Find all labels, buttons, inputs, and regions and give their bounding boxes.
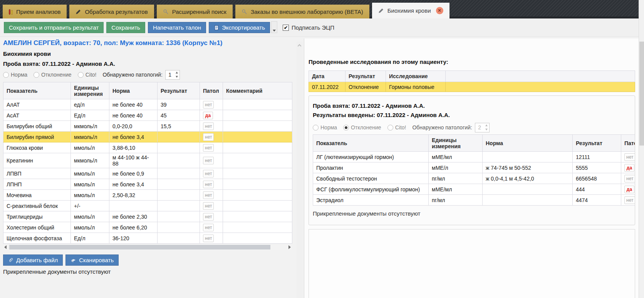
close-icon[interactable]: ✕ xyxy=(436,7,443,14)
col-norma: Норма xyxy=(483,135,573,152)
pathology-toggle[interactable]: нет xyxy=(203,202,214,210)
horizontal-scrollbar[interactable] xyxy=(3,244,292,250)
name-cell: Глюкоза крови xyxy=(3,142,71,153)
pathology-toggle[interactable]: нет xyxy=(203,224,214,231)
norm-cell: не более 6,20 xyxy=(109,222,158,233)
empty-content-box xyxy=(309,229,635,298)
table-row[interactable]: АлАТед/лне более 4039нет xyxy=(3,99,292,110)
sample-taken-line: Проба взята: 07.11.2022 - Админов А.А. xyxy=(3,60,292,67)
stepper-arrows[interactable] xyxy=(174,70,179,79)
tab-rasshirennyi-poisk[interactable]: Расширенный поиск xyxy=(157,5,233,18)
pathology-cell: да xyxy=(621,184,636,195)
table-row[interactable]: Щелочная фосфотазаЕд/л36-120нет xyxy=(3,233,292,244)
pathology-toggle[interactable]: нет xyxy=(203,170,214,177)
unit-cell: Ед/л xyxy=(71,233,109,244)
col-rezultat: Результат xyxy=(345,71,386,82)
pathology-cell: нет xyxy=(621,152,636,162)
unit-cell: ммоль/л xyxy=(71,222,109,233)
norm-cell: не более 40 xyxy=(109,99,158,110)
table-row[interactable]: ЛПВПммоль/лне более 0,9нет xyxy=(3,168,292,179)
pathology-toggle[interactable]: нет xyxy=(203,181,214,188)
unit-cell: Ед/л xyxy=(71,110,109,121)
pathology-count-label: Обнаружено патологий: xyxy=(102,72,162,78)
left-panel: АМЕЛИН СЕРГЕЙ, возраст: 70, пол: Муж ком… xyxy=(3,38,292,275)
comment-cell xyxy=(223,222,292,233)
scroll-right-arrow-icon[interactable] xyxy=(288,245,291,249)
save-button[interactable]: Сохранить xyxy=(106,22,145,33)
table-row[interactable]: Креатининмкмоль/лм 44-100 ж 44-88нет xyxy=(3,153,292,168)
radio-cito[interactable] xyxy=(78,72,84,78)
status-radio-row: Норма Отклонение Cito! Обнаружено патоло… xyxy=(3,70,292,80)
scrollbar-thumb[interactable] xyxy=(639,42,644,146)
table-row[interactable]: Мочевинаммоль/л2,50-8,32нет xyxy=(3,190,292,201)
col-patol: Патол xyxy=(621,135,636,152)
print-ticket-button[interactable]: Напечатать талон xyxy=(148,22,206,33)
pathology-toggle[interactable]: нет xyxy=(203,157,214,164)
table-row[interactable]: ЛПНПммоль/лне более 3,4нет xyxy=(3,179,292,190)
pathology-cell: нет xyxy=(200,211,223,222)
tab-label: Прием анализов xyxy=(16,8,60,15)
radio-norma[interactable] xyxy=(3,72,9,78)
comment-cell xyxy=(223,99,292,110)
button-label: Сохранить и отправить результат xyxy=(9,24,99,31)
pathology-count-label: Обнаружено патологий: xyxy=(412,124,472,131)
pathology-toggle[interactable]: нет xyxy=(203,101,214,109)
results-table: Показатель Единицы измерения Норма Резул… xyxy=(3,82,292,244)
save-and-send-button[interactable]: Сохранить и отправить результат xyxy=(4,22,104,33)
norm-cell: не более 0,9 xyxy=(109,168,158,179)
table-row: Свободный тестостеронпг/млж 0,0-4,1 м 4,… xyxy=(313,173,636,184)
scrollbar-thumb[interactable] xyxy=(9,245,270,249)
scroll-left-arrow-icon[interactable] xyxy=(4,245,7,249)
export-dropdown-toggle[interactable] xyxy=(271,21,277,33)
result-cell: 12111 xyxy=(573,152,621,162)
test-tubes-icon xyxy=(9,9,13,15)
pathology-toggle[interactable]: да xyxy=(203,112,213,119)
comment-cell xyxy=(223,179,292,190)
table-row[interactable]: Билирубин общиймкмоль/л0,0-20,015,5нет xyxy=(3,121,292,132)
tab-zakazy-vneshnyaya-lab[interactable]: Заказы во внешнюю лабораторию (BETA) xyxy=(235,5,369,18)
pathology-toggle[interactable]: нет xyxy=(203,213,214,221)
export-button[interactable]: Экспортировать xyxy=(209,22,270,33)
result-cell: 4474 xyxy=(573,195,621,206)
unit-cell: мкмоль/л xyxy=(71,153,109,168)
tab-priem-analizov[interactable]: Прием анализов xyxy=(3,5,67,18)
table-row[interactable]: Глюкоза кровиммоль/л3,88-6,10нет xyxy=(3,142,292,153)
pathology-toggle[interactable]: нет xyxy=(203,144,214,152)
sign-ecp-checkbox[interactable]: ✔ xyxy=(283,25,289,31)
table-row: ПролактинмМЕ/лж 74-745 м 50-5525555да xyxy=(313,162,636,173)
panel-divider-scrollbar[interactable] xyxy=(297,42,303,298)
radio-cito-label: Cito! xyxy=(86,72,97,78)
history-row[interactable]: 07.11.2022 Отклонение Гормоны половые xyxy=(309,82,635,92)
result-cell xyxy=(158,153,200,168)
radio-otklonenie[interactable] xyxy=(34,72,39,78)
window-vertical-scrollbar[interactable] xyxy=(639,0,644,298)
table-row[interactable]: Билирубин прямоймкмоль/лне более 3,4нет xyxy=(3,132,292,142)
table-row[interactable]: Холестерин общийммоль/лне более 6,20нет xyxy=(3,222,292,233)
pathology-toggle[interactable]: нет xyxy=(203,133,214,141)
tab-label: Биохимия крови xyxy=(387,7,431,14)
result-cell: 15,5 xyxy=(158,121,200,132)
pathology-count-stepper[interactable]: 1 xyxy=(165,70,180,80)
pathology-toggle[interactable]: нет xyxy=(203,234,214,242)
add-file-button[interactable]: Добавить файл xyxy=(3,254,63,266)
study-detail-card: Проба взята: 07.11.2022 - Админов А.А. Р… xyxy=(309,95,635,225)
history-table: Дата Результат Исследование 07.11.2022 О… xyxy=(309,70,635,92)
pathology-toggle[interactable]: нет xyxy=(203,122,214,130)
name-cell: Билирубин прямой xyxy=(3,132,71,142)
scan-button[interactable]: Сканировать xyxy=(65,254,119,266)
unit-cell: мМЕ/мл xyxy=(429,184,483,195)
tab-biohimiya-krovi[interactable]: Биохимия крови ✕ xyxy=(372,3,449,18)
norm-cell: не более 3,4 xyxy=(109,132,158,142)
table-row[interactable]: С-реактивный белок+/-нет xyxy=(3,201,292,211)
table-row[interactable]: Триглицеридыммоль/лне более 2,30нет xyxy=(3,211,292,222)
pathology-toggle[interactable]: нет xyxy=(203,191,214,199)
tab-bar: Прием анализов Обработка результатов Рас… xyxy=(0,0,644,18)
radio-otklonenie-label: Отклонение xyxy=(41,72,72,78)
table-row[interactable]: АсАТЕд/лне более 4045да xyxy=(3,110,292,121)
result-cell xyxy=(158,211,200,222)
pathology-cell: нет xyxy=(621,195,636,206)
col-data: Дата xyxy=(309,71,345,82)
col-edinitsy: Единицы измерения xyxy=(429,135,483,152)
sign-ecp-label: Подписать ЭЦП xyxy=(292,24,334,31)
tab-obrabotka-rezultatov[interactable]: Обработка результатов xyxy=(69,5,154,18)
